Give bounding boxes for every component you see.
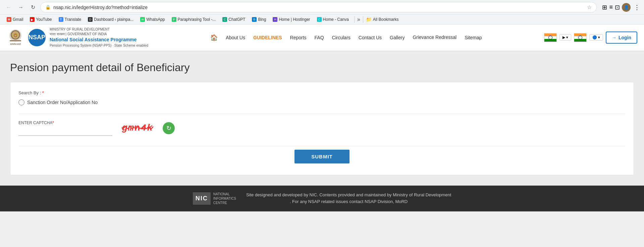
- social-media-button[interactable]: ▶ ▾: [559, 34, 571, 41]
- browser-extensions: ⊞ ≡ ⊡ 👤 ⋮: [602, 3, 640, 12]
- svg-rect-4: [10, 40, 21, 41]
- bookmarks-folder-icon[interactable]: 📁: [366, 17, 372, 22]
- login-icon: →: [612, 35, 616, 40]
- nsap-org-name: National Social Assistance Programme: [50, 37, 148, 43]
- bookmark-separator-2: [363, 16, 363, 23]
- extension-icon-3[interactable]: ⊡: [615, 4, 620, 11]
- hostinger-icon: H: [273, 17, 277, 22]
- extension-icon-1[interactable]: ⊞: [602, 4, 607, 11]
- bookmark-translate[interactable]: T Translate: [56, 16, 84, 23]
- bookmark-separator: [354, 16, 355, 23]
- canva-icon: C: [317, 17, 322, 22]
- chevron-down-icon: ▾: [566, 35, 568, 40]
- search-by-label: Search By : *: [18, 90, 626, 95]
- radio-option-sanction: Sanction Order No/Application No: [18, 99, 626, 105]
- bookmark-dashboard-label: Dashboard ‹ plainpa...: [94, 17, 133, 22]
- bookmark-star-icon[interactable]: ☆: [587, 4, 592, 10]
- nic-abbreviation: NIC: [193, 192, 211, 205]
- url-input[interactable]: [53, 5, 584, 10]
- svg-text:🦁: 🦁: [13, 33, 18, 38]
- sanction-order-radio[interactable]: [18, 99, 24, 105]
- bookmark-chatgpt-label: ChatGPT: [228, 17, 245, 22]
- forward-button[interactable]: →: [16, 3, 25, 12]
- youtube-icon: ▶: [30, 17, 35, 22]
- back-button[interactable]: ←: [4, 3, 13, 12]
- bookmark-para-label: Paraphrasing Tool -...: [178, 17, 216, 22]
- bookmark-gmail[interactable]: M Gmail: [4, 16, 26, 23]
- nic-full-name: NATIONAL INFORMATICS CENTRE: [213, 192, 236, 205]
- nav-home[interactable]: 🏠: [207, 31, 221, 44]
- refresh-icon: ↻: [166, 125, 171, 132]
- security-icon: 🔒: [45, 5, 51, 10]
- required-asterisk: *: [42, 90, 44, 95]
- youtube-social-icon: ▶: [562, 35, 565, 40]
- india-flag: [544, 33, 557, 42]
- bookmark-whatsapp[interactable]: W WhatsApp: [138, 16, 167, 23]
- gmail-icon: M: [7, 17, 11, 22]
- bookmark-hostinger-label: Home | Hostinger: [279, 17, 310, 22]
- extension-icon-2[interactable]: ≡: [609, 4, 613, 11]
- browser-chrome: ← → ↻ 🔒 ☆ ⊞ ≡ ⊡ 👤 ⋮ M Gmail ▶ YouTube T …: [0, 0, 644, 24]
- footer-text: Site designed and developed by NIC. Cont…: [246, 192, 451, 206]
- bing-icon: B: [252, 17, 257, 22]
- more-bookmarks-icon[interactable]: »: [357, 16, 360, 22]
- nav-circulars[interactable]: Circulars: [329, 32, 354, 43]
- org-text: MINISTRY OF RURAL DEVELOPMENT भारत सरकार…: [50, 27, 148, 48]
- nic-logo: NIC NATIONAL INFORMATICS CENTRE: [193, 192, 236, 205]
- footer-text-2: . For any NSAP related issues contact NS…: [290, 199, 408, 204]
- language-icon: 🔵: [592, 35, 597, 40]
- nav-about-us[interactable]: About Us: [222, 32, 249, 43]
- captcha-refresh-button[interactable]: ↻: [163, 122, 175, 134]
- captcha-input[interactable]: [18, 127, 112, 136]
- bookmark-bing[interactable]: B Bing: [249, 16, 269, 23]
- page-content: Pension payment detail of Beneficiary Se…: [0, 51, 644, 186]
- bookmark-youtube[interactable]: ▶ YouTube: [27, 16, 54, 23]
- bookmark-canva-label: Home - Canva: [323, 17, 349, 22]
- submit-row: SUBMIT: [18, 146, 626, 167]
- sanction-order-label: Sanction Order No/Application No: [27, 100, 98, 105]
- language-button[interactable]: 🔵 ▾: [589, 34, 603, 41]
- nav-contact-us[interactable]: Contact Us: [355, 32, 385, 43]
- nav-guidelines[interactable]: GUIDELINES: [250, 32, 285, 43]
- bookmark-whatsapp-label: WhatsApp: [146, 17, 165, 22]
- bookmark-canva[interactable]: C Home - Canva: [314, 16, 352, 23]
- captcha-input-section: ENTER CAPTCHA*: [18, 120, 112, 136]
- footer-text-1: Site designed and developed by NIC. Cont…: [246, 192, 451, 197]
- bookmark-hostinger[interactable]: H Home | Hostinger: [270, 16, 313, 23]
- nav-sitemap[interactable]: Sitemap: [461, 32, 485, 43]
- bookmark-translate-label: Translate: [65, 17, 82, 22]
- whatsapp-icon: W: [140, 17, 145, 22]
- bookmark-paraphrasing[interactable]: P Paraphrasing Tool -...: [169, 16, 219, 23]
- lang-chevron-icon: ▾: [598, 35, 600, 40]
- bookmark-dashboard[interactable]: D Dashboard ‹ plainpa...: [85, 16, 136, 23]
- site-footer: NIC NATIONAL INFORMATICS CENTRE Site des…: [0, 186, 644, 212]
- nav-gallery[interactable]: Gallery: [386, 32, 408, 43]
- bookmark-gmail-label: Gmail: [13, 17, 23, 22]
- footer-content: NIC NATIONAL INFORMATICS CENTRE Site des…: [7, 192, 637, 206]
- bookmark-youtube-label: YouTube: [36, 17, 52, 22]
- main-nav: 🏠 About Us GUIDELINES Reports FAQ Circul…: [155, 31, 537, 44]
- all-bookmarks-label[interactable]: All Bookmarks: [373, 17, 399, 22]
- nsap-logo: NSAP: [28, 29, 46, 46]
- form-card: Search By : * Sanction Order No/Applicat…: [10, 82, 634, 175]
- profile-icon[interactable]: 👤: [622, 3, 631, 12]
- paraphrasing-icon: P: [172, 17, 176, 22]
- address-bar: 🔒 ☆: [40, 2, 597, 12]
- login-button[interactable]: → Login: [606, 32, 637, 44]
- site-header: 🦁 सत्यमेव जयते NSAP MINISTRY OF RURAL DE…: [0, 24, 644, 51]
- refresh-button[interactable]: ↻: [28, 3, 38, 12]
- nav-reports[interactable]: Reports: [287, 32, 310, 43]
- ministry-line1: MINISTRY OF RURAL DEVELOPMENT: [50, 27, 148, 32]
- bookmark-chatgpt[interactable]: C ChatGPT: [220, 16, 248, 23]
- captcha-label: ENTER CAPTCHA*: [18, 120, 112, 125]
- dashboard-icon: D: [88, 17, 93, 22]
- form-divider: [18, 113, 626, 114]
- menu-icon[interactable]: ⋮: [634, 4, 640, 11]
- submit-button[interactable]: SUBMIT: [294, 150, 350, 163]
- page-title: Pension payment detail of Beneficiary: [10, 61, 634, 74]
- nav-faq[interactable]: FAQ: [311, 32, 327, 43]
- captcha-image: gmn4k: [119, 121, 156, 135]
- ministry-line2: भारत सरकार | GOVERNMENT OF INDIA: [50, 32, 148, 37]
- nav-grievance[interactable]: Grievance Redressal: [409, 32, 460, 43]
- login-label: Login: [619, 35, 631, 40]
